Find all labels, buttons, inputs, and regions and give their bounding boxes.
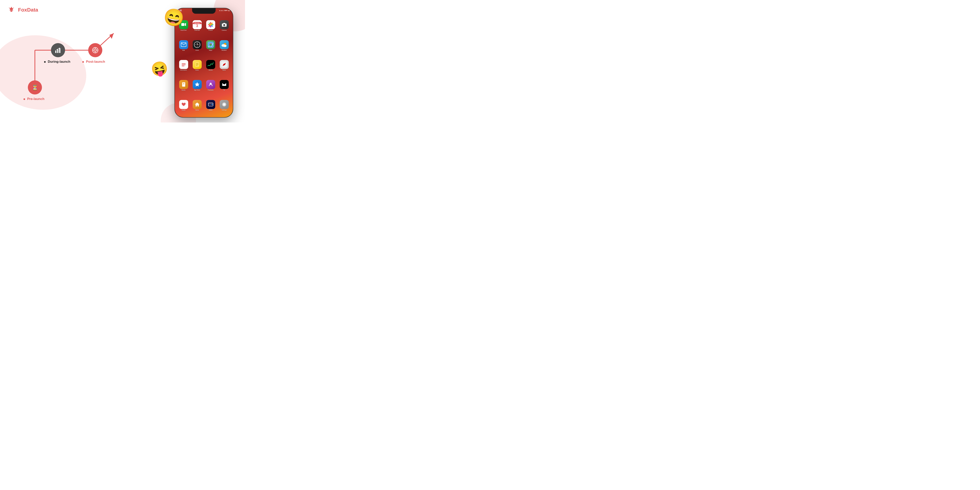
books-icon [179,80,188,89]
tv-label: TV [223,89,225,91]
svg-point-2 [11,10,11,11]
svg-rect-57 [183,82,185,87]
brand-name: FoxData [18,7,38,13]
svg-rect-8 [57,49,59,53]
appstore-label: App Store [194,89,200,91]
emoji-left: 😝 [150,59,169,78]
emoji-right: 😄 [162,6,186,29]
post-launch-label: Post-launch [82,60,105,64]
pre-launch-node: ⏳ [28,80,42,94]
during-launch-label: During-launch [44,60,70,64]
app-podcasts[interactable]: Podcasts [204,76,217,95]
phone: 9:41 ▲▲▲ WiFi ▬ FaceTime [175,8,233,118]
app-appstore[interactable]: App Store [191,76,204,95]
svg-rect-65 [212,104,213,105]
app-weather[interactable]: Weather [218,36,231,55]
svg-text:tv: tv [223,84,225,86]
svg-marker-19 [185,23,186,26]
svg-rect-49 [182,65,186,65]
header: FoxData [7,5,38,14]
app-calendar[interactable]: Monday 3 Calendar [191,16,204,35]
svg-point-31 [223,24,225,26]
app-mail[interactable]: Mail [177,36,190,55]
svg-point-1 [10,10,13,12]
app-grid: FaceTime Monday 3 Calendar [177,15,231,116]
news-icon [220,60,229,69]
app-clock[interactable]: Clock [191,36,204,55]
app-maps[interactable]: Maps [204,36,217,55]
home-label: Home [195,109,199,111]
foxdata-logo-icon [7,5,16,14]
mail-icon [179,40,188,49]
app-photos[interactable]: Photos [204,16,217,35]
svg-point-21 [210,22,211,24]
app-home[interactable]: Home [191,95,204,115]
reminders-icon [179,60,188,69]
mail-label: Mail [182,49,185,51]
news-label: News [223,69,226,71]
books-label: Books [182,89,185,91]
wallet-icon [206,100,215,109]
photos-label: Photos [208,30,213,31]
photos-icon [206,20,215,29]
svg-point-3 [12,10,12,11]
reminders-label: Reminders [180,69,187,71]
svg-marker-5 [109,33,114,39]
svg-rect-53 [196,64,198,65]
svg-point-13 [95,50,95,51]
wifi-icon: WiFi [224,10,228,11]
facetime-label: FaceTime [180,30,186,31]
podcasts-icon [206,80,215,89]
app-tv[interactable]: tv TV [218,76,231,95]
svg-rect-9 [59,48,60,53]
notes-icon [192,60,202,69]
app-settings[interactable]: Settings [218,95,231,115]
app-stocks[interactable]: Stocks [204,56,217,75]
signal-icon: ▲▲▲ [219,10,224,11]
app-books[interactable]: Books [177,76,190,95]
camera-icon [220,20,229,29]
svg-point-27 [208,24,210,25]
svg-rect-7 [55,51,56,53]
svg-marker-62 [195,102,199,107]
svg-rect-32 [223,23,225,24]
status-icons: ▲▲▲ WiFi ▬ [219,10,230,11]
svg-point-23 [212,24,213,25]
wallet-label: Wallet [209,109,212,111]
post-launch-node [88,43,102,57]
camera-label: Camera [222,30,227,31]
maps-label: Maps [209,49,212,51]
health-icon [179,100,188,109]
app-camera[interactable]: Camera [218,16,231,35]
svg-rect-43 [210,44,212,46]
svg-rect-50 [182,66,185,66]
battery-icon: ▬ [228,10,230,11]
calendar-label: Calendar [194,30,200,31]
maps-icon [206,40,215,49]
notes-label: Notes [195,69,199,71]
svg-rect-52 [196,63,198,64]
clock-icon [192,40,202,49]
svg-rect-54 [196,65,197,66]
svg-point-25 [210,25,211,27]
calendar-icon: Monday 3 [192,20,202,29]
settings-icon [220,100,229,109]
podcasts-label: Podcasts [208,89,213,91]
pre-launch-label: Pre-launch [24,97,45,101]
phone-screen: 9:41 ▲▲▲ WiFi ▬ FaceTime [175,8,233,117]
during-launch-node [51,43,65,57]
app-health[interactable]: Health [177,95,190,115]
appstore-icon [192,80,202,89]
svg-rect-48 [182,63,186,64]
app-notes[interactable]: Notes [191,56,204,75]
app-wallet[interactable]: Wallet [204,95,217,115]
tv-icon: tv [220,80,229,89]
settings-label: Settings [222,109,227,111]
weather-label: Weather [221,49,227,51]
weather-icon [220,40,229,49]
stocks-icon [206,60,215,69]
svg-point-41 [197,44,197,45]
app-news[interactable]: News [218,56,231,75]
app-reminders[interactable]: Reminders [177,56,190,75]
home-icon [192,100,202,109]
